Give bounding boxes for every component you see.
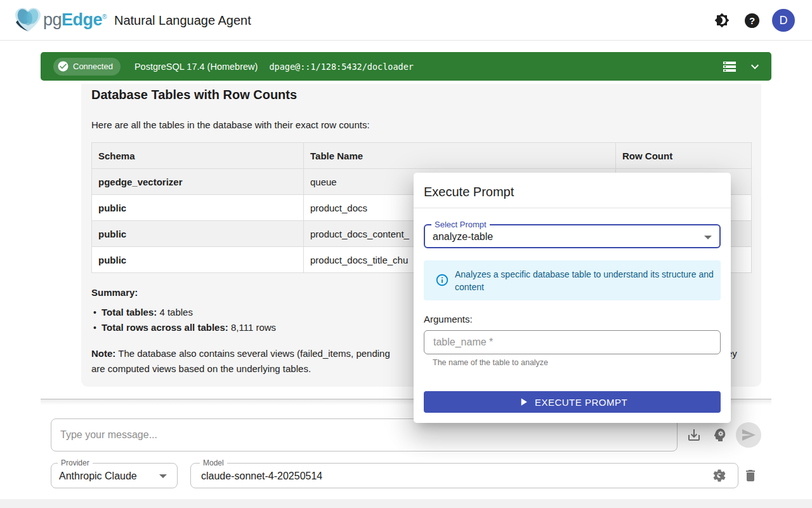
connection-string: dpage@::1/128:5432/docloader	[269, 62, 414, 72]
page-title: Natural Language Agent	[114, 0, 251, 41]
message-intro: Here are all the tables in the database …	[91, 119, 751, 131]
server-version-label: PostgreSQL 17.4 (Homebrew)	[134, 62, 258, 72]
trash-icon[interactable]	[743, 468, 758, 483]
connected-status-badge: Connected	[53, 58, 121, 76]
avatar[interactable]: D	[772, 9, 795, 32]
help-icon[interactable]: ?	[745, 13, 759, 28]
model-select[interactable]: Model claude-sonnet-4-20250514	[190, 463, 738, 488]
chevron-down-icon	[704, 236, 712, 239]
arguments-label: Arguments:	[424, 314, 473, 324]
psychology-icon[interactable]	[712, 427, 728, 443]
prompt-select-value: analyze-table	[433, 225, 493, 248]
info-icon	[435, 273, 449, 287]
model-value: claude-sonnet-4-20250514	[201, 464, 322, 489]
pgedge-logotype: pgEdge®	[43, 10, 107, 30]
col-header-row-count: Row Count	[616, 143, 752, 169]
chevron-down-icon	[159, 474, 167, 478]
dialog-title: Execute Prompt	[424, 185, 514, 199]
execute-prompt-button[interactable]: EXECUTE PROMPT	[424, 391, 721, 413]
message-heading: Database Tables with Row Counts	[91, 88, 751, 102]
database-storage-icon[interactable]	[722, 59, 737, 74]
download-icon[interactable]	[686, 427, 702, 443]
play-icon	[517, 396, 530, 408]
col-header-schema: Schema	[92, 143, 304, 169]
prompt-description: Analyzes a specific database table to un…	[455, 268, 724, 293]
send-button[interactable]	[736, 422, 761, 448]
message-input-wrap	[51, 418, 678, 451]
table-name-helper-text: The name of the table to analyze	[433, 358, 548, 367]
prompt-select[interactable]: Select Prompt analyze-table	[424, 224, 721, 248]
provider-value: Anthropic Claude	[59, 464, 137, 489]
connection-bar: Connected PostgreSQL 17.4 (Homebrew) dpa…	[41, 52, 771, 81]
collapse-chevron-icon[interactable]	[747, 59, 763, 74]
app-window: pgEdge® Natural Language Agent ? D Conne…	[0, 0, 812, 499]
table-name-field[interactable]	[424, 331, 720, 354]
prompt-info-alert: Analyzes a specific database table to un…	[424, 260, 721, 300]
col-header-table-name: Table Name	[304, 143, 616, 169]
provider-select[interactable]: Provider Anthropic Claude	[51, 463, 178, 488]
app-header: pgEdge® Natural Language Agent ? D	[0, 0, 812, 41]
table-header-row: Schema Table Name Row Count	[92, 143, 752, 169]
dark-mode-toggle-icon[interactable]	[714, 13, 730, 28]
table-name-field-wrap	[424, 330, 721, 354]
pgedge-heart-icon	[14, 7, 42, 32]
check-circle-icon	[57, 60, 69, 72]
execute-prompt-dialog: Execute Prompt Select Prompt analyze-tab…	[414, 173, 731, 423]
message-input[interactable]	[51, 419, 677, 451]
settings-gear-icon[interactable]	[712, 468, 727, 483]
dialog-divider	[414, 208, 731, 208]
send-icon	[741, 427, 756, 443]
connected-label: Connected	[73, 62, 113, 71]
pgedge-logo: pgEdge®	[14, 7, 107, 32]
